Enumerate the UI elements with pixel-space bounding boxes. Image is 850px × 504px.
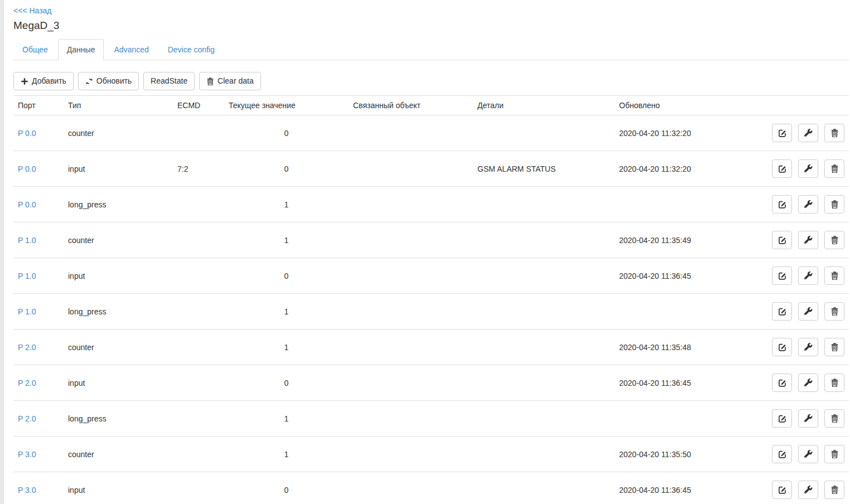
cell-linked-object xyxy=(349,472,473,504)
cell-current-value: 1 xyxy=(224,437,349,472)
cell-ecmd xyxy=(173,222,224,258)
configure-row-button[interactable] xyxy=(798,302,818,321)
cell-updated: 2020-04-20 11:35:48 xyxy=(615,329,747,365)
configure-row-button[interactable] xyxy=(798,266,818,285)
cell-actions xyxy=(747,151,849,187)
configure-row-button[interactable] xyxy=(798,481,818,499)
port-link[interactable]: P 0.0 xyxy=(18,200,36,209)
cell-current-value: 1 xyxy=(224,401,349,437)
port-link[interactable]: P 0.0 xyxy=(18,129,36,138)
port-link[interactable]: P 3.0 xyxy=(18,450,36,459)
trash-icon xyxy=(830,236,839,244)
delete-row-button[interactable] xyxy=(824,374,844,392)
edit-row-button[interactable] xyxy=(772,374,792,392)
col-header-port: Порт xyxy=(13,96,64,115)
delete-row-button[interactable] xyxy=(824,159,844,178)
cell-type: counter xyxy=(64,115,173,151)
configure-row-button[interactable] xyxy=(798,195,818,214)
tab-dannye[interactable]: Данные xyxy=(58,39,104,60)
tab-advanced[interactable]: Advanced xyxy=(105,39,157,60)
cell-current-value: 1 xyxy=(224,187,349,222)
cell-type: long_press xyxy=(64,294,173,329)
delete-row-button[interactable] xyxy=(824,302,844,321)
col-header-type: Тип xyxy=(64,96,173,115)
tab-device-config[interactable]: Device config xyxy=(159,39,224,60)
cell-details xyxy=(473,115,615,151)
edit-icon xyxy=(778,164,786,173)
cell-ecmd xyxy=(173,115,224,151)
edit-icon xyxy=(778,200,786,209)
cell-ecmd: 7:2 xyxy=(173,151,224,187)
port-link[interactable]: P 1.0 xyxy=(18,236,36,245)
port-link[interactable]: P 2.0 xyxy=(18,414,36,423)
cell-actions xyxy=(747,115,849,151)
cell-ecmd xyxy=(173,401,224,437)
configure-row-button[interactable] xyxy=(798,124,818,142)
delete-row-button[interactable] xyxy=(824,338,844,356)
port-link[interactable]: P 2.0 xyxy=(18,379,36,387)
cell-details xyxy=(473,365,615,401)
refresh-button[interactable]: Обновить xyxy=(78,72,139,90)
edit-row-button[interactable] xyxy=(772,195,792,214)
edit-row-button[interactable] xyxy=(772,302,792,321)
delete-row-button[interactable] xyxy=(824,481,844,499)
cell-ecmd xyxy=(173,294,224,329)
configure-row-button[interactable] xyxy=(798,409,818,428)
edit-row-button[interactable] xyxy=(772,266,792,285)
cell-current-value: 1 xyxy=(224,294,349,329)
port-link[interactable]: P 3.0 xyxy=(18,486,36,495)
edit-row-button[interactable] xyxy=(772,338,792,356)
cell-current-value: 0 xyxy=(224,472,349,504)
cell-actions xyxy=(747,437,849,472)
cell-type: input xyxy=(64,151,173,187)
plus-icon xyxy=(21,77,28,85)
edit-row-button[interactable] xyxy=(772,159,792,178)
edit-row-button[interactable] xyxy=(772,481,792,499)
configure-row-button[interactable] xyxy=(798,231,818,249)
trash-icon xyxy=(830,343,839,351)
configure-row-button[interactable] xyxy=(798,159,818,178)
configure-row-button[interactable] xyxy=(798,445,818,463)
cell-ecmd xyxy=(173,187,224,222)
readstate-button[interactable]: ReadState xyxy=(143,72,195,90)
edit-icon xyxy=(778,343,786,351)
delete-row-button[interactable] xyxy=(824,231,844,249)
port-link[interactable]: P 1.0 xyxy=(18,307,36,316)
trash-icon xyxy=(830,164,839,173)
back-link[interactable]: <<< Назад xyxy=(13,6,52,15)
delete-row-button[interactable] xyxy=(824,445,844,463)
edit-row-button[interactable] xyxy=(772,409,792,428)
table-header-row: Порт Тип ECMD Текущее значение Связанный… xyxy=(13,96,849,115)
edit-icon xyxy=(778,486,786,494)
cell-updated: 2020-04-20 11:36:45 xyxy=(615,258,747,294)
toolbar: Добавить Обновить ReadState Clear data xyxy=(13,72,849,90)
col-header-current-value: Текущее значение xyxy=(224,96,349,115)
edit-row-button[interactable] xyxy=(772,445,792,463)
delete-row-button[interactable] xyxy=(824,195,844,214)
cell-type: input xyxy=(64,472,173,504)
cell-actions xyxy=(747,258,849,294)
delete-row-button[interactable] xyxy=(824,266,844,285)
cell-ecmd xyxy=(173,365,224,401)
cell-type: long_press xyxy=(64,187,173,222)
cell-updated: 2020-04-20 11:35:49 xyxy=(615,222,747,258)
cell-updated: 2020-04-20 11:32:20 xyxy=(615,115,747,151)
port-link[interactable]: P 1.0 xyxy=(18,272,36,280)
add-button[interactable]: Добавить xyxy=(13,72,74,90)
cell-details xyxy=(473,329,615,365)
cell-port: P 0.0 xyxy=(13,151,64,187)
port-link[interactable]: P 2.0 xyxy=(18,343,36,352)
tab-obschee[interactable]: Общее xyxy=(13,39,57,60)
delete-row-button[interactable] xyxy=(824,409,844,428)
configure-row-button[interactable] xyxy=(798,338,818,356)
edit-row-button[interactable] xyxy=(772,231,792,249)
clear-data-button[interactable]: Clear data xyxy=(199,72,261,90)
trash-icon xyxy=(830,272,839,280)
cell-type: long_press xyxy=(64,401,173,437)
edit-row-button[interactable] xyxy=(772,124,792,142)
table-row: P 0.0 counter 0 2020-04-20 11:32:20 xyxy=(13,115,849,151)
cell-current-value: 1 xyxy=(224,222,349,258)
delete-row-button[interactable] xyxy=(824,124,844,142)
configure-row-button[interactable] xyxy=(798,374,818,392)
port-link[interactable]: P 0.0 xyxy=(18,164,36,173)
